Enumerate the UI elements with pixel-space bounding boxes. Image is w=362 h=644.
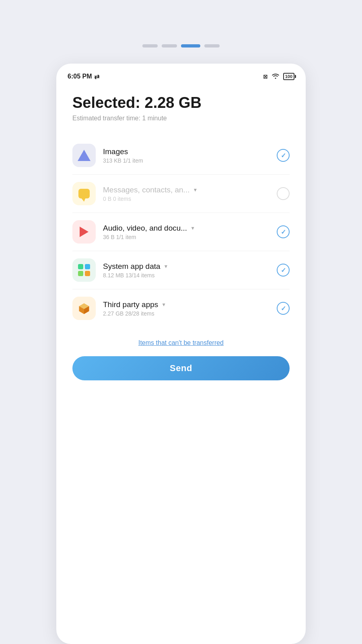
images-check[interactable]: ✓	[277, 149, 290, 162]
messages-icon	[78, 189, 90, 198]
list-item[interactable]: Images 313 KB 1/1 item ✓	[72, 136, 290, 175]
images-info: Images 313 KB 1/1 item	[103, 147, 277, 164]
audio-check[interactable]: ✓	[277, 225, 290, 238]
content-area: Selected: 2.28 GB Estimated transfer tim…	[56, 86, 306, 327]
third-icon	[78, 302, 90, 315]
system-check[interactable]: ✓	[277, 264, 290, 277]
third-icon-wrap	[72, 297, 96, 320]
third-info: Third party apps ▼ 2.27 GB 28/28 items	[103, 300, 277, 317]
messages-name: Messages, contacts, an... ▼	[103, 186, 277, 194]
system-icon-wrap	[72, 258, 96, 282]
items-list: Images 313 KB 1/1 item ✓ Messages, conta…	[72, 136, 290, 327]
list-item[interactable]: System app data ▼ 8.12 MB 13/14 items ✓	[72, 251, 290, 289]
phone-frame: 6:05 PM ⇄ ⊠ 100 Selected: 2.28 GB Estima…	[56, 64, 306, 644]
status-time: 6:05 PM ⇄	[68, 73, 99, 80]
cant-transfer-link[interactable]: Items that can't be transferred	[138, 339, 224, 347]
check-icon: ✓	[281, 305, 286, 312]
system-info: System app data ▼ 8.12 MB 13/14 items	[103, 262, 277, 279]
list-item[interactable]: Audio, video, and docu... ▼ 36 B 1/1 ite…	[72, 213, 290, 251]
messages-info: Messages, contacts, an... ▼ 0 B 0 items	[103, 186, 277, 202]
check-icon: ✓	[281, 266, 286, 274]
dropdown-arrow-icon: ▼	[164, 264, 169, 269]
images-icon	[78, 150, 90, 161]
images-meta: 313 KB 1/1 item	[103, 157, 277, 164]
page-dot-3[interactable]	[181, 44, 200, 47]
list-item[interactable]: Third party apps ▼ 2.27 GB 28/28 items ✓	[72, 289, 290, 327]
audio-icon	[80, 227, 88, 237]
time-text: 6:05 PM	[68, 73, 92, 80]
selected-title: Selected: 2.28 GB	[72, 94, 290, 111]
dropdown-arrow-icon: ▼	[193, 187, 197, 193]
audio-meta: 36 B 1/1 item	[103, 234, 277, 240]
images-icon-wrap	[72, 144, 96, 167]
audio-icon-wrap	[72, 220, 96, 244]
third-check[interactable]: ✓	[277, 302, 290, 315]
dropdown-arrow-icon: ▼	[161, 302, 166, 308]
system-name: System app data ▼	[103, 262, 277, 271]
page-dot-4[interactable]	[204, 44, 220, 47]
page-dot-1[interactable]	[142, 44, 158, 47]
audio-info: Audio, video, and docu... ▼ 36 B 1/1 ite…	[103, 224, 277, 240]
status-bar: 6:05 PM ⇄ ⊠ 100	[56, 64, 306, 86]
screen-icon: ⊠	[263, 73, 268, 80]
system-icon	[78, 264, 90, 276]
status-icons: ⊠ 100	[263, 72, 294, 80]
rotate-icon: ⇄	[94, 73, 99, 80]
messages-icon-wrap	[72, 182, 96, 205]
system-meta: 8.12 MB 13/14 items	[103, 272, 277, 279]
check-icon: ✓	[281, 152, 286, 159]
bottom-area: Items that can't be transferred Send	[56, 327, 306, 380]
wifi-icon	[271, 72, 280, 80]
messages-check[interactable]	[277, 187, 290, 200]
page-dot-2[interactable]	[162, 44, 177, 47]
audio-name: Audio, video, and docu... ▼	[103, 224, 277, 233]
third-meta: 2.27 GB 28/28 items	[103, 310, 277, 317]
messages-meta: 0 B 0 items	[103, 196, 277, 202]
send-button[interactable]: Send	[72, 356, 290, 380]
dropdown-arrow-icon: ▼	[190, 225, 195, 231]
list-item[interactable]: Messages, contacts, an... ▼ 0 B 0 items	[72, 175, 290, 213]
third-name: Third party apps ▼	[103, 300, 277, 309]
battery-icon: 100	[283, 73, 294, 80]
check-icon: ✓	[281, 228, 286, 236]
transfer-time: Estimated transfer time: 1 minute	[72, 115, 290, 122]
images-name: Images	[103, 147, 277, 156]
battery-label: 100	[285, 74, 292, 79]
page-indicator	[142, 44, 220, 47]
